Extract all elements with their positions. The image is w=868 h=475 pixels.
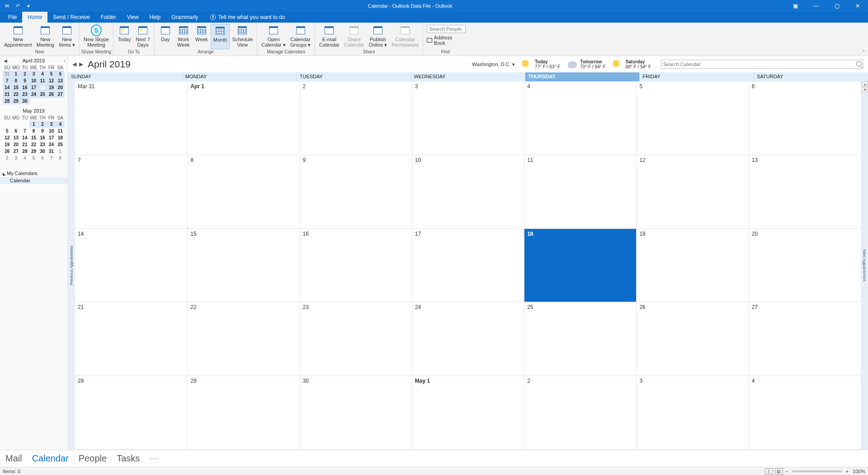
- calendar-day-cell[interactable]: 27: [749, 302, 861, 376]
- next-7-days-button[interactable]: Next 7 Days: [133, 24, 152, 49]
- mini-day[interactable]: 18: [38, 84, 47, 91]
- new-appointment-button[interactable]: New Appointment: [2, 24, 34, 49]
- mini-day[interactable]: 24: [29, 91, 38, 98]
- mini-day[interactable]: 6: [56, 71, 65, 77]
- mini-day[interactable]: 2: [3, 155, 12, 162]
- nav-people[interactable]: People: [79, 453, 107, 464]
- mini-day[interactable]: 14: [3, 84, 12, 91]
- mini-day[interactable]: 6: [12, 128, 21, 134]
- calendar-day-cell[interactable]: 18: [524, 229, 636, 303]
- calendar-day-cell[interactable]: 9: [300, 155, 412, 229]
- mini-day[interactable]: 23: [20, 91, 29, 98]
- calendar-day-cell[interactable]: 20: [749, 229, 861, 303]
- mini-day[interactable]: 19: [47, 84, 56, 91]
- calendar-scroll[interactable]: ▴▾: [862, 81, 868, 92]
- view-normal-button[interactable]: ▯: [765, 468, 773, 475]
- tab-file[interactable]: File: [3, 12, 22, 23]
- calendar-day-cell[interactable]: 19: [636, 229, 748, 303]
- mini-day[interactable]: 22: [29, 141, 38, 148]
- new-skype-meeting-button[interactable]: SNew Skype Meeting: [81, 24, 111, 49]
- calendar-day-cell[interactable]: Apr 1: [187, 81, 299, 155]
- mini-day[interactable]: 1: [29, 121, 38, 128]
- mini-day[interactable]: 20: [12, 141, 21, 148]
- mini-day[interactable]: 2: [38, 121, 47, 128]
- mini-day[interactable]: 23: [38, 141, 47, 148]
- mini-day[interactable]: 27: [12, 148, 21, 155]
- tab-home[interactable]: Home: [22, 12, 47, 23]
- mini-day[interactable]: 8: [56, 155, 65, 162]
- previous-appointment-tab[interactable]: Previous Appointment: [68, 81, 75, 450]
- mini-day[interactable]: [56, 98, 65, 104]
- mini-day[interactable]: 3: [47, 121, 56, 128]
- calendar-day-cell[interactable]: 28: [75, 376, 187, 450]
- mini-day[interactable]: 7: [20, 128, 29, 134]
- calendar-day-cell[interactable]: 22: [187, 302, 299, 376]
- calendar-day-cell[interactable]: 8: [187, 155, 299, 229]
- calendar-day-cell[interactable]: 30: [300, 376, 412, 450]
- calendar-day-cell[interactable]: 15: [187, 229, 299, 303]
- search-calendar[interactable]: [661, 60, 863, 69]
- mini-day[interactable]: 13: [12, 134, 21, 141]
- next-appointment-tab[interactable]: Next Appointment: [861, 81, 868, 450]
- nav-more[interactable]: ···: [150, 455, 158, 463]
- mini-day[interactable]: 7: [47, 155, 56, 162]
- mini-day[interactable]: 3: [12, 155, 21, 162]
- mini-calendar-may[interactable]: May 2019 SUMOTUWETHFRSA12345678910111213…: [0, 106, 67, 163]
- calendar-day-cell[interactable]: 2: [300, 81, 412, 155]
- zoom-out-button[interactable]: −: [784, 469, 789, 474]
- email-calendar-button[interactable]: E-mail Calendar: [317, 24, 342, 49]
- mini-day[interactable]: 5: [3, 128, 12, 134]
- calendar-day-cell[interactable]: May 1: [412, 376, 524, 450]
- calendar-day-cell[interactable]: 23: [300, 302, 412, 376]
- today-button[interactable]: Today: [115, 24, 133, 49]
- mini-calendar-april[interactable]: ◀ April 2019 ‹ SUMOTUWETHFRSA31123456789…: [0, 56, 67, 106]
- mini-day[interactable]: [38, 98, 47, 104]
- mini-day[interactable]: 9: [38, 128, 47, 134]
- mini-day[interactable]: 31: [3, 71, 12, 77]
- mini-day[interactable]: 17: [29, 84, 38, 91]
- mini-day[interactable]: 6: [38, 155, 47, 162]
- mini-prev-month-button[interactable]: ◀: [4, 58, 7, 63]
- mini-day[interactable]: 30: [20, 98, 29, 104]
- nav-tasks[interactable]: Tasks: [117, 453, 140, 464]
- calendar-day-cell[interactable]: 24: [412, 302, 524, 376]
- calendar-day-cell[interactable]: 4: [524, 81, 636, 155]
- mini-day[interactable]: 8: [12, 77, 21, 84]
- mini-day[interactable]: 15: [12, 84, 21, 91]
- nav-calendar[interactable]: Calendar: [32, 453, 69, 464]
- calendar-day-cell[interactable]: 3: [412, 81, 524, 155]
- view-reading-button[interactable]: ▤: [775, 468, 783, 475]
- mini-day[interactable]: 7: [3, 77, 12, 84]
- mini-day[interactable]: 4: [38, 71, 47, 77]
- mini-day[interactable]: 15: [29, 134, 38, 141]
- month-grid[interactable]: Mar 31Apr 123456789101112131415161718192…: [75, 81, 861, 450]
- mini-day[interactable]: [12, 121, 21, 128]
- mini-day[interactable]: 18: [56, 134, 65, 141]
- publish-online-button[interactable]: Publish Online ▾: [366, 24, 389, 49]
- mini-day[interactable]: 19: [3, 141, 12, 148]
- mini-day[interactable]: 11: [56, 128, 65, 134]
- mini-day[interactable]: 4: [56, 121, 65, 128]
- calendar-day-cell[interactable]: 13: [749, 155, 861, 229]
- weather-location[interactable]: Washington, D.C. ▾: [472, 62, 515, 67]
- undo-icon[interactable]: ↶: [14, 2, 22, 10]
- mini-day[interactable]: 31: [47, 148, 56, 155]
- mini-day[interactable]: 16: [20, 84, 29, 91]
- mini-day[interactable]: 29: [12, 98, 21, 104]
- tab-grammarly[interactable]: Grammarly: [166, 12, 203, 23]
- comingsoon-icon[interactable]: ▣: [785, 0, 806, 12]
- mini-day[interactable]: [47, 98, 56, 104]
- calendar-groups-button[interactable]: Calendar Groups ▾: [288, 24, 313, 49]
- search-people-input[interactable]: [427, 25, 466, 33]
- mini-day[interactable]: 25: [38, 91, 47, 98]
- mini-day[interactable]: 28: [20, 148, 29, 155]
- mini-day[interactable]: 28: [3, 98, 12, 104]
- calendar-day-cell[interactable]: 5: [636, 81, 748, 155]
- mini-day[interactable]: 4: [20, 155, 29, 162]
- calendar-day-cell[interactable]: 26: [636, 302, 748, 376]
- mini-day[interactable]: 14: [20, 134, 29, 141]
- search-calendar-input[interactable]: [661, 60, 863, 69]
- mini-day[interactable]: 26: [3, 148, 12, 155]
- calendar-day-cell[interactable]: 17: [412, 229, 524, 303]
- my-calendars-header[interactable]: My Calendars: [0, 170, 67, 177]
